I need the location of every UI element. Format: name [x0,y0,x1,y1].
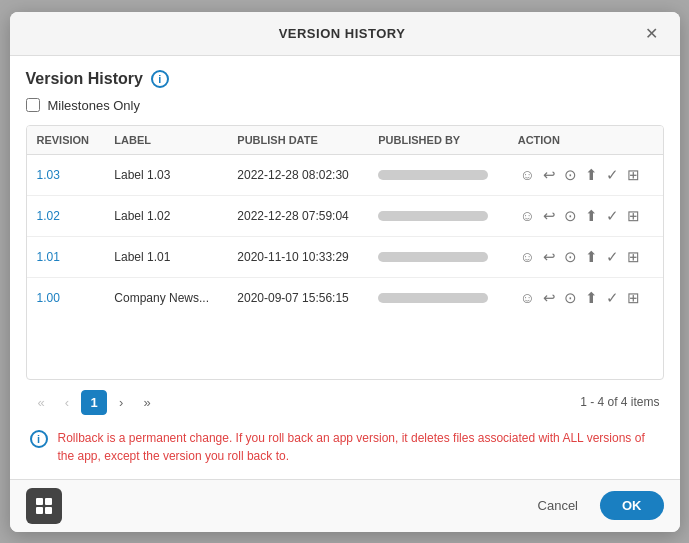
section-title-row: Version History i [26,70,664,88]
col-publish-date: PUBLISH DATE [227,126,368,155]
cell-action: ☺↩⊙⬆✓⊞ [508,236,663,277]
grid-icon[interactable]: ⊞ [625,246,642,268]
emoji-icon[interactable]: ☺ [518,246,537,267]
grid-icon[interactable]: ⊞ [625,205,642,227]
check-circle-icon[interactable]: ✓ [604,205,621,227]
warning-row: i Rollback is a permanent change. If you… [26,421,664,471]
undo-icon[interactable]: ↩ [541,287,558,309]
milestones-row: Milestones Only [26,98,664,113]
cell-label: Label 1.01 [104,236,227,277]
undo-icon[interactable]: ↩ [541,164,558,186]
upload-icon[interactable]: ⬆ [583,246,600,268]
svg-rect-2 [36,507,43,514]
close-button[interactable]: ✕ [639,22,664,45]
version-table: REVISION LABEL PUBLISH DATE PUBLISHED BY… [27,126,663,318]
milestones-checkbox[interactable] [26,98,40,112]
dialog-footer: Cancel OK [10,479,680,532]
svg-rect-0 [36,498,43,505]
location-icon[interactable]: ⊙ [562,164,579,186]
grid-icon[interactable]: ⊞ [625,164,642,186]
upload-icon[interactable]: ⬆ [583,164,600,186]
table-row: 1.03Label 1.032022-12-28 08:02:30☺↩⊙⬆✓⊞ [27,154,663,195]
pagination-controls: « ‹ 1 › » [30,390,159,415]
warning-info-icon: i [30,430,48,448]
table-row: 1.02Label 1.022022-12-28 07:59:04☺↩⊙⬆✓⊞ [27,195,663,236]
items-info: 1 - 4 of 4 items [580,395,659,409]
milestones-label: Milestones Only [48,98,140,113]
emoji-icon[interactable]: ☺ [518,164,537,185]
check-circle-icon[interactable]: ✓ [604,164,621,186]
cancel-button[interactable]: Cancel [526,492,590,519]
table-row: 1.01Label 1.012020-11-10 10:33:29☺↩⊙⬆✓⊞ [27,236,663,277]
table-header-row: REVISION LABEL PUBLISH DATE PUBLISHED BY… [27,126,663,155]
cell-publish-date: 2020-09-07 15:56:15 [227,277,368,318]
cell-published-by [368,154,507,195]
cell-action: ☺↩⊙⬆✓⊞ [508,154,663,195]
ok-button[interactable]: OK [600,491,664,520]
upload-icon[interactable]: ⬆ [583,287,600,309]
cell-revision[interactable]: 1.01 [27,236,105,277]
version-history-dialog: VERSION HISTORY ✕ Version History i Mile… [10,12,680,532]
section-title: Version History [26,70,143,88]
footer-actions: Cancel OK [526,491,664,520]
col-action: ACTION [508,126,663,155]
cell-publish-date: 2022-12-28 08:02:30 [227,154,368,195]
col-revision: REVISION [27,126,105,155]
prev-page-button[interactable]: ‹ [57,390,77,415]
check-circle-icon[interactable]: ✓ [604,246,621,268]
check-circle-icon[interactable]: ✓ [604,287,621,309]
location-icon[interactable]: ⊙ [562,205,579,227]
pagination-row: « ‹ 1 › » 1 - 4 of 4 items [26,380,664,421]
col-published-by: PUBLISHED BY [368,126,507,155]
cell-published-by [368,195,507,236]
cell-published-by [368,277,507,318]
table-row: 1.00Company News...2020-09-07 15:56:15☺↩… [27,277,663,318]
grid-icon[interactable]: ⊞ [625,287,642,309]
undo-icon[interactable]: ↩ [541,205,558,227]
version-table-container: REVISION LABEL PUBLISH DATE PUBLISHED BY… [26,125,664,380]
cell-revision[interactable]: 1.03 [27,154,105,195]
location-icon[interactable]: ⊙ [562,287,579,309]
warning-text: Rollback is a permanent change. If you r… [58,429,660,465]
cell-action: ☺↩⊙⬆✓⊞ [508,277,663,318]
next-page-button[interactable]: › [111,390,131,415]
cell-published-by [368,236,507,277]
cell-revision[interactable]: 1.02 [27,195,105,236]
dialog-header: VERSION HISTORY ✕ [10,12,680,56]
dialog-body: Version History i Milestones Only REVISI… [10,56,680,479]
location-icon[interactable]: ⊙ [562,246,579,268]
emoji-icon[interactable]: ☺ [518,205,537,226]
cell-action: ☺↩⊙⬆✓⊞ [508,195,663,236]
cell-label: Label 1.03 [104,154,227,195]
add-version-button[interactable] [26,488,62,524]
cell-revision[interactable]: 1.00 [27,277,105,318]
first-page-button[interactable]: « [30,390,53,415]
info-icon[interactable]: i [151,70,169,88]
col-label: LABEL [104,126,227,155]
upload-icon[interactable]: ⬆ [583,205,600,227]
dialog-title: VERSION HISTORY [46,26,639,41]
last-page-button[interactable]: » [135,390,158,415]
cell-publish-date: 2022-12-28 07:59:04 [227,195,368,236]
cell-label: Company News... [104,277,227,318]
page-1-button[interactable]: 1 [81,390,107,415]
undo-icon[interactable]: ↩ [541,246,558,268]
cell-label: Label 1.02 [104,195,227,236]
emoji-icon[interactable]: ☺ [518,287,537,308]
svg-rect-1 [45,498,52,505]
cell-publish-date: 2020-11-10 10:33:29 [227,236,368,277]
